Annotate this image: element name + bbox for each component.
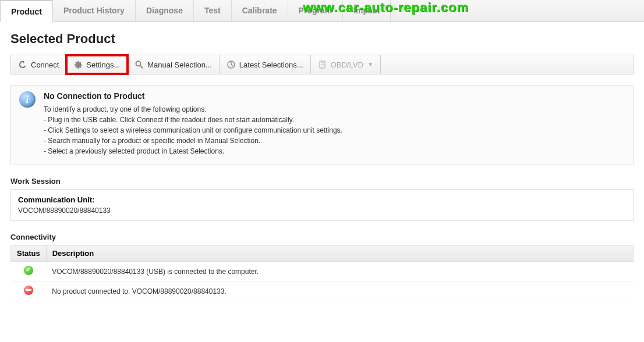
connect-button[interactable]: Connect <box>11 55 66 74</box>
svg-line-1 <box>140 66 143 68</box>
connectivity-table: Status Description VOCOM/88890020/888401… <box>10 245 634 301</box>
obd-lvd-button: OBD/LVD ▼ <box>311 55 381 74</box>
tab-calibrate[interactable]: Calibrate <box>232 0 288 22</box>
tab-bar: Product Product History Diagnose Test Ca… <box>0 0 644 22</box>
document-icon <box>318 60 327 69</box>
latest-label: Latest Selections... <box>239 60 303 69</box>
table-row: No product connected to: VOCOM/88890020/… <box>11 282 634 301</box>
tab-test[interactable]: Test <box>194 0 232 22</box>
toolbar: Connect Settings... Manual Selection... … <box>10 55 634 74</box>
connectivity-label: Connectivity <box>10 233 634 241</box>
info-line: - Click Settings to select a wireless co… <box>44 125 342 136</box>
status-error-icon <box>24 286 33 295</box>
clock-icon <box>227 60 236 69</box>
tab-product-history[interactable]: Product History <box>53 0 136 22</box>
tab-product[interactable]: Product <box>0 0 53 22</box>
page-title: Selected Product <box>10 31 634 47</box>
work-session-label: Work Session <box>10 177 634 186</box>
search-icon <box>135 60 144 69</box>
row-description: VOCOM/88890020/88840133 (USB) is connect… <box>46 262 633 282</box>
table-row: VOCOM/88890020/88840133 (USB) is connect… <box>11 262 634 282</box>
chevron-down-icon: ▼ <box>368 62 373 67</box>
refresh-icon <box>18 60 27 69</box>
info-icon: i <box>19 91 36 108</box>
table-header-description: Description <box>46 245 633 262</box>
info-line: - Select a previously selected product i… <box>44 146 342 156</box>
settings-label: Settings... <box>86 60 120 69</box>
tab-diagnose[interactable]: Diagnose <box>136 0 194 22</box>
info-intro: To identify a product, try one of the fo… <box>44 104 342 115</box>
info-panel: i No Connection to Product To identify a… <box>10 85 634 165</box>
tab-impact[interactable]: Impact <box>343 0 391 22</box>
info-line: - Plug in the USB cable. Click Connect i… <box>44 115 342 125</box>
gear-icon <box>73 60 83 69</box>
svg-point-0 <box>136 62 141 66</box>
communication-unit-label: Communication Unit: <box>18 195 626 204</box>
latest-selections-button[interactable]: Latest Selections... <box>220 55 311 74</box>
table-header-status: Status <box>11 245 47 262</box>
manual-selection-button[interactable]: Manual Selection... <box>128 55 220 74</box>
communication-unit-value: VOCOM/88890020/88840133 <box>18 206 626 215</box>
settings-button[interactable]: Settings... <box>66 55 128 74</box>
connect-label: Connect <box>31 60 59 69</box>
info-title: No Connection to Product <box>44 91 342 101</box>
obd-label: OBD/LVD <box>331 60 363 69</box>
manual-label: Manual Selection... <box>147 60 212 69</box>
tab-program[interactable]: Program <box>288 0 344 22</box>
info-line: - Search manually for a product or speci… <box>44 136 342 146</box>
status-ok-icon <box>24 266 33 275</box>
row-description: No product connected to: VOCOM/88890020/… <box>46 282 633 301</box>
work-session-box: Communication Unit: VOCOM/88890020/88840… <box>10 189 634 221</box>
